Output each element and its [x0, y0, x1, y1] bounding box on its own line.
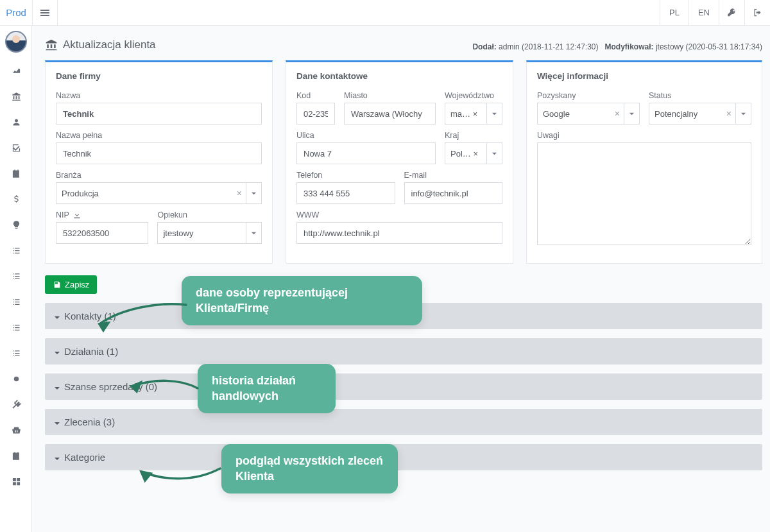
check-square-icon [12, 143, 21, 153]
sidebar-item-chart[interactable] [0, 58, 32, 83]
contact-city-input[interactable] [344, 103, 436, 124]
contact-email-input[interactable] [404, 182, 503, 204]
contact-phone-label: Telefon [296, 171, 395, 180]
bulb-icon [12, 220, 21, 230]
accordion-categories[interactable]: Kategorie [45, 444, 762, 470]
sidebar [0, 26, 32, 532]
sidebar-item-calendar-2[interactable] [0, 443, 32, 468]
sidebar-item-calendar[interactable] [0, 160, 32, 186]
user-icon [12, 117, 21, 127]
sidebar-item-list-3[interactable] [0, 289, 32, 314]
chevron-down-icon[interactable] [246, 183, 261, 203]
company-owner-value: jtestowy [158, 228, 246, 238]
sidebar-item-circle[interactable] [0, 366, 32, 391]
list-icon [12, 246, 21, 255]
accordion-orders-title: Zlecenia (3) [64, 416, 115, 427]
caret-down-icon [54, 384, 60, 390]
bank-icon [45, 39, 58, 51]
sidebar-item-basket[interactable] [0, 417, 32, 443]
more-status-value: Potencjalny [649, 109, 723, 119]
company-industry-select[interactable]: Produkcja × [56, 182, 262, 204]
contact-code-label: Kod [296, 91, 335, 100]
hamburger-button[interactable] [32, 0, 58, 26]
accordion-categories-title: Kategorie [64, 452, 105, 463]
company-name-input[interactable] [56, 103, 262, 124]
accordion-actions-title: Działania (1) [64, 346, 118, 357]
more-status-select[interactable]: Potencjalny × [649, 103, 751, 124]
chevron-down-icon[interactable] [246, 223, 261, 243]
more-notes-textarea[interactable] [537, 142, 751, 245]
chevron-down-icon[interactable] [486, 143, 502, 164]
company-fullname-input[interactable] [56, 142, 262, 164]
company-nip-input[interactable] [56, 222, 148, 244]
sidebar-item-tools[interactable] [0, 391, 32, 417]
page-meta: Dodał: admin (2018-11-21 12:47:30) Modyf… [472, 42, 762, 51]
contact-street-input[interactable] [296, 142, 436, 164]
save-button[interactable]: Zapisz [45, 275, 97, 294]
contact-country-value: Pol… × [445, 149, 486, 159]
company-owner-select[interactable]: jtestowy [157, 222, 262, 244]
bank-icon [12, 92, 21, 101]
sidebar-item-list-4[interactable] [0, 314, 32, 340]
contact-email-label: E-mail [404, 171, 503, 180]
annotation-1: dane osoby reprezentującej Klienta/Firmę [182, 276, 422, 325]
download-icon[interactable] [73, 211, 81, 219]
sidebar-item-user[interactable] [0, 109, 32, 135]
company-fullname-label: Nazwa pełna [56, 131, 262, 140]
list-icon [12, 297, 21, 307]
company-name-label: Nazwa [56, 91, 262, 100]
basket-icon [12, 425, 21, 435]
sidebar-item-list-5[interactable] [0, 340, 32, 366]
more-status-label: Status [649, 91, 751, 100]
contact-phone-input[interactable] [296, 182, 395, 204]
menu-icon [40, 8, 50, 18]
accordion-opportunities-title: Szanse sprzedaży (0) [64, 381, 157, 392]
sidebar-item-list-2[interactable] [0, 263, 32, 289]
chevron-down-icon[interactable] [624, 103, 639, 124]
avatar[interactable] [0, 26, 32, 58]
page-title-text: Aktualizacja klienta [63, 39, 156, 51]
panel-contact-title: Dane kontaktowe [296, 71, 502, 81]
panel-company: Dane firmy Nazwa Nazwa pełna Branża Prod… [45, 60, 273, 264]
tools-icon [12, 400, 21, 409]
contact-region-value: ma… × [445, 109, 486, 119]
list-icon [12, 323, 21, 332]
sidebar-item-grid[interactable] [0, 468, 32, 494]
panel-contact: Dane kontaktowe Kod Miasto Województwo m… [286, 60, 513, 264]
lang-en-button[interactable]: EN [689, 0, 719, 26]
caret-down-icon [54, 313, 60, 320]
chevron-down-icon[interactable] [735, 103, 751, 124]
key-icon [727, 8, 737, 17]
sidebar-item-bank[interactable] [0, 83, 32, 109]
company-owner-label: Opiekun [157, 210, 262, 219]
company-industry-label: Branża [56, 171, 262, 180]
list-icon [12, 348, 21, 358]
calendar-icon [12, 451, 21, 461]
accordion-opportunities[interactable]: Szanse sprzedaży (0) [45, 373, 762, 400]
brand[interactable]: Prod [0, 7, 32, 18]
logout-button[interactable] [744, 0, 770, 26]
sidebar-item-bulb[interactable] [0, 212, 32, 237]
sidebar-item-dollar[interactable] [0, 186, 32, 212]
contact-country-select[interactable]: Pol… × [445, 142, 502, 164]
key-button[interactable] [719, 0, 744, 26]
more-acquired-select[interactable]: Google × [537, 103, 640, 124]
clear-icon[interactable]: × [723, 109, 735, 118]
contact-region-label: Województwo [445, 91, 502, 100]
contact-code-input[interactable] [296, 103, 335, 124]
sidebar-item-check[interactable] [0, 135, 32, 160]
contact-region-select[interactable]: ma… × [445, 103, 502, 124]
save-button-label: Zapisz [65, 280, 89, 289]
clear-icon[interactable]: × [233, 189, 246, 198]
accordion-actions[interactable]: Działania (1) [45, 338, 762, 365]
chevron-down-icon[interactable] [486, 103, 502, 124]
contact-www-input[interactable] [296, 222, 502, 244]
caret-down-icon [54, 348, 60, 355]
lang-pl-button[interactable]: PL [660, 0, 689, 26]
more-acquired-value: Google [538, 109, 611, 119]
clear-icon[interactable]: × [611, 109, 624, 118]
sidebar-item-list-1[interactable] [0, 237, 32, 263]
contact-street-label: Ulica [296, 131, 436, 140]
contact-www-label: WWW [296, 210, 502, 219]
accordion-orders[interactable]: Zlecenia (3) [45, 409, 762, 435]
